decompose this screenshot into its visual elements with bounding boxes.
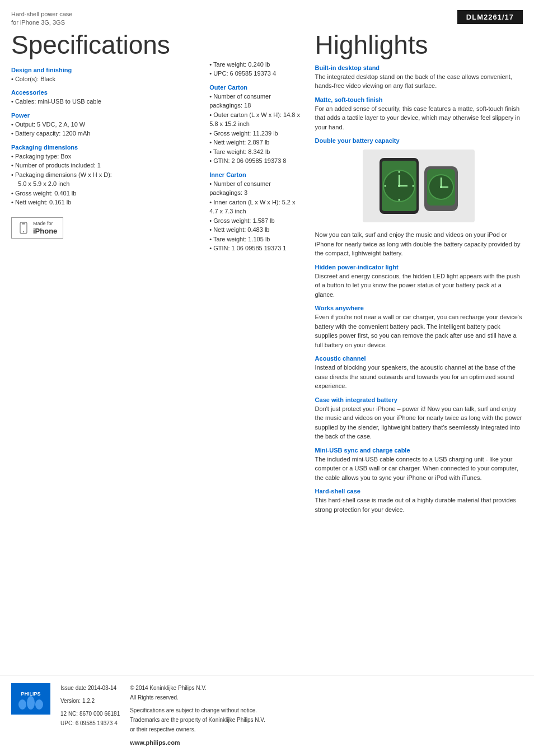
oc-gtin: GTIN: 2 06 09585 19373 8 — [209, 156, 300, 166]
svg-point-11 — [399, 199, 400, 201]
website: www.philips.com — [130, 738, 265, 748]
main-content: Specifications Design and finishing Colo… — [0, 27, 534, 675]
svg-point-13 — [413, 185, 414, 187]
highlight-4: Works anywhere Even if you're not near a… — [315, 305, 523, 349]
accessories-cables: Cables: mini-USB to USB cable — [11, 97, 198, 106]
highlight-0: Built-in desktop stand The integrated de… — [315, 64, 523, 91]
svg-text:PHILIPS: PHILIPS — [21, 691, 40, 697]
svg-point-2 — [23, 231, 24, 232]
hl7-text: The included mini-USB cable connects to … — [315, 455, 523, 483]
hl8-text: This hard-shell case is made out of a hi… — [315, 496, 523, 514]
left-column: Specifications Design and finishing Colo… — [11, 27, 209, 675]
product-line1: Hard-shell power case — [11, 10, 72, 18]
hl5-text: Instead of blocking your speakers, the a… — [315, 363, 523, 391]
footer: PHILIPS Issue date 2014-03-14 Version: 1… — [0, 675, 534, 756]
product-image — [363, 150, 475, 222]
made-for-label: Made for — [33, 221, 57, 227]
philips-logo-svg: PHILIPS — [11, 683, 50, 715]
hl4-heading: Works anywhere — [315, 305, 523, 311]
page: Hard-shell power case for iPhone 3G, 3GS… — [0, 0, 534, 756]
right-column: Highlights Built-in desktop stand The in… — [310, 27, 523, 675]
hl0-heading: Built-in desktop stand — [315, 64, 523, 71]
pkg-gross: Gross weight: 0.401 lb — [11, 189, 198, 198]
design-heading: Design and finishing — [11, 67, 198, 73]
ic-nett: Nett weight: 0.483 lb — [209, 225, 300, 235]
hl2-body: Now you can talk, surf and enjoy the mus… — [315, 230, 523, 258]
oc-num: Number of consumer packagings: 18 — [209, 92, 300, 110]
product-image-container — [315, 150, 523, 222]
specs-title: Specifications — [11, 30, 198, 60]
highlight-1: Matte, soft-touch finish For an added se… — [315, 96, 523, 132]
ic-num: Number of consumer packagings: 3 — [209, 179, 300, 198]
ic-gross: Gross weight: 1.587 lb — [209, 216, 300, 226]
hl7-heading: Mini-USB sync and charge cable — [315, 447, 523, 454]
model-badge: DLM2261/17 — [457, 10, 523, 24]
svg-rect-1 — [22, 223, 25, 225]
ic-dims: Inner carton (L x W x H): 5.2 x 4.7 x 7.… — [209, 198, 300, 216]
header: Hard-shell power case for iPhone 3G, 3GS… — [0, 0, 534, 27]
hl6-heading: Case with integrated battery — [315, 396, 523, 403]
upc: UPC: 6 09585 19373 4 — [209, 69, 300, 78]
disclaimer: Specifications are subject to change wit… — [130, 706, 265, 734]
highlight-7: Mini-USB sync and charge cable The inclu… — [315, 447, 523, 483]
rights: All Rights reserved. — [130, 693, 265, 702]
svg-point-24 — [35, 699, 43, 710]
oc-dims: Outer carton (L x W x H): 14.8 x 5.8 x 1… — [209, 110, 300, 129]
footer-info-left: Issue date 2014-03-14 Version: 1.2.2 12 … — [60, 683, 120, 728]
pkg-type: Packaging type: Box — [11, 152, 198, 161]
power-heading: Power — [11, 112, 198, 119]
pkg-dims-value: 5.0 x 5.9 x 2.0 inch — [11, 179, 198, 189]
hl3-heading: Hidden power-indicator light — [315, 264, 523, 270]
tare-weight: Tare weight: 0.240 lb — [209, 60, 300, 69]
hl5-heading: Acoustic channel — [315, 355, 523, 362]
hl4-text: Even if you're not near a wall or car ch… — [315, 312, 523, 349]
copyright: © 2014 Koninklijke Philips N.V. — [130, 683, 265, 693]
design-color: Color(s): Black — [11, 74, 198, 84]
oc-tare: Tare weight: 8.342 lb — [209, 147, 300, 157]
version: Version: 1.2.2 — [60, 696, 120, 706]
footer-upc: UPC: 6 09585 19373 4 — [60, 718, 120, 728]
product-info: Hard-shell power case for iPhone 3G, 3GS — [11, 10, 72, 27]
footer-info-right: © 2014 Koninklijke Philips N.V. All Righ… — [130, 683, 265, 748]
svg-point-10 — [399, 171, 400, 173]
hl1-text: For an added sense of security, this cas… — [315, 104, 523, 132]
svg-point-22 — [18, 699, 26, 710]
hl1-heading: Matte, soft-touch finish — [315, 96, 523, 103]
inner-carton-heading: Inner Carton — [209, 171, 300, 178]
iphone-badge: Made for iPhone — [11, 217, 63, 239]
highlight-3: Hidden power-indicator light Discreet an… — [315, 264, 523, 300]
hl6-text: Don't just protect your iPhone – power i… — [315, 404, 523, 441]
oc-nett: Nett weight: 2.897 lb — [209, 138, 300, 147]
pkg-dims-label: Packaging dimensions (W x H x D): — [11, 170, 198, 180]
pkg-num: Number of products included: 1 — [11, 161, 198, 170]
product-line2: for iPhone 3G, 3GS — [11, 18, 72, 27]
philips-logo: PHILIPS — [11, 683, 50, 715]
highlights-title: Highlights — [315, 30, 523, 60]
packaging-heading: Packaging dimensions — [11, 144, 198, 151]
power-battery: Battery capacity: 1200 mAh — [11, 129, 198, 138]
accessories-heading: Accessories — [11, 89, 198, 96]
highlight-5: Acoustic channel Instead of blocking you… — [315, 355, 523, 391]
highlight-8: Hard-shell case This hard-shell case is … — [315, 488, 523, 514]
nc-label: 12 NC: 8670 000 66181 — [60, 709, 120, 718]
iphone-icon — [17, 222, 30, 234]
hl8-heading: Hard-shell case — [315, 488, 523, 494]
highlight-6: Case with integrated battery Don't just … — [315, 396, 523, 441]
svg-point-23 — [27, 696, 35, 710]
hl2-heading: Double your battery capacity — [315, 137, 523, 144]
hl3-text: Discreet and energy conscious, the hidde… — [315, 272, 523, 300]
ic-gtin: GTIN: 1 06 09585 19373 1 — [209, 244, 300, 253]
ic-tare: Tare weight: 1.105 lb — [209, 235, 300, 244]
issue-date: Issue date 2014-03-14 — [60, 683, 120, 693]
outer-carton-heading: Outer Carton — [209, 84, 300, 91]
pkg-nett: Nett weight: 0.161 lb — [11, 198, 198, 207]
power-output: Output: 5 VDC, 2 A, 10 W — [11, 120, 198, 129]
iphone-label: iPhone — [33, 227, 57, 235]
highlight-2: Double your battery capacity — [315, 137, 523, 258]
svg-point-12 — [385, 185, 386, 187]
middle-column: Tare weight: 0.240 lb UPC: 6 09585 19373… — [209, 27, 309, 675]
hl0-text: The integrated desktop stand on the back… — [315, 72, 523, 91]
oc-gross: Gross weight: 11.239 lb — [209, 129, 300, 138]
